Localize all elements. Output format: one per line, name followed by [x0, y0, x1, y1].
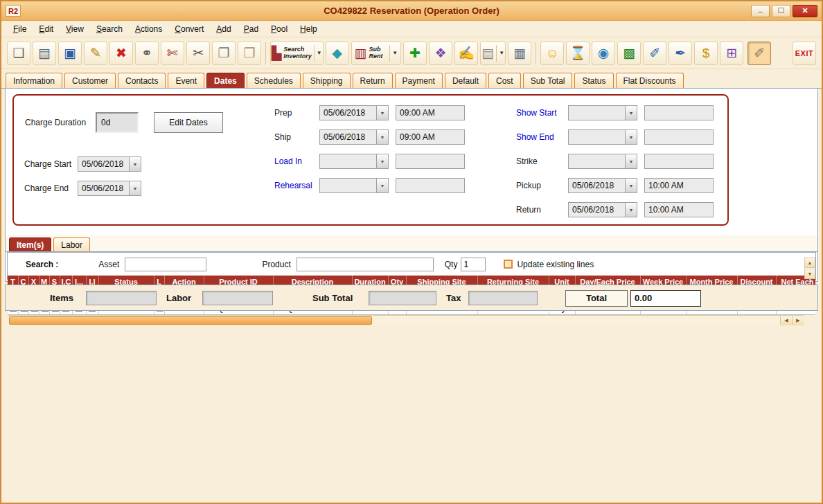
menu-help[interactable]: Help: [294, 22, 324, 36]
tax-field[interactable]: [468, 291, 538, 305]
scroll-down-button[interactable]: ▼: [804, 269, 815, 279]
show-start-date-combo[interactable]: ▼: [568, 105, 637, 120]
asset-search-input[interactable]: [125, 258, 206, 271]
menu-convert[interactable]: Convert: [168, 22, 210, 36]
qty-input[interactable]: [461, 258, 486, 271]
tab-status[interactable]: Status: [574, 73, 613, 88]
menu-edit[interactable]: Edit: [33, 22, 60, 36]
print-button[interactable]: ▤: [33, 42, 56, 65]
ship-date-combo[interactable]: 05/06/2018 ▼: [319, 129, 389, 145]
dropdown-arrow-icon[interactable]: ▼: [389, 45, 398, 62]
prep-date-combo[interactable]: 05/06/2018 ▼: [319, 105, 389, 120]
tab-return[interactable]: Return: [353, 73, 393, 88]
dropdown-arrow-icon[interactable]: ▼: [376, 130, 388, 144]
scrollbar-thumb[interactable]: [9, 316, 372, 325]
close-button[interactable]: ✕: [793, 5, 817, 17]
load-in-time-input[interactable]: [396, 154, 465, 169]
menu-pool[interactable]: Pool: [265, 22, 294, 36]
dropdown-arrow-icon[interactable]: ▼: [376, 154, 388, 168]
show-end-time-input[interactable]: [644, 129, 714, 145]
tab-payment[interactable]: Payment: [395, 73, 443, 88]
scissors-button[interactable]: ✂: [186, 42, 210, 65]
dropdown-arrow-icon[interactable]: ▼: [625, 106, 637, 120]
dropdown-arrow-icon[interactable]: ▼: [376, 106, 388, 120]
smiley-button[interactable]: ☺: [540, 42, 564, 65]
tab-dates[interactable]: Dates: [206, 73, 245, 88]
write-note-button[interactable]: ✍: [454, 42, 478, 65]
prep-time-input[interactable]: 09:00 AM: [396, 105, 465, 120]
paste-button[interactable]: ❒: [238, 42, 261, 65]
horizontal-scrollbar[interactable]: ◀ ▶: [8, 315, 804, 325]
strike-date-combo[interactable]: ▼: [568, 154, 637, 169]
product-search-input[interactable]: [297, 258, 434, 271]
cut-line-button[interactable]: ✄: [161, 42, 184, 65]
tab-sub-total[interactable]: Sub Total: [523, 73, 573, 88]
charge-duration-input[interactable]: 0d: [96, 112, 139, 133]
charge-start-date-combo[interactable]: 05/06/2018 ▼: [78, 156, 141, 172]
tab-default[interactable]: Default: [445, 73, 486, 88]
stack-button[interactable]: ▩: [617, 42, 641, 65]
show-start-time-input[interactable]: [644, 105, 714, 120]
charge-end-date-combo[interactable]: 05/06/2018 ▼: [78, 181, 141, 196]
transfer-button[interactable]: ✒: [669, 42, 692, 65]
load-in-date-combo[interactable]: ▼: [319, 154, 389, 169]
minimize-button[interactable]: –: [751, 5, 770, 17]
scrollbar-track[interactable]: [8, 316, 780, 325]
menu-view[interactable]: View: [60, 22, 90, 36]
exit-button[interactable]: EXIT: [793, 42, 816, 65]
labor-total-field[interactable]: [202, 291, 273, 305]
titlebar[interactable]: R2 CO429822 Reservation (Operation Order…: [1, 1, 822, 21]
tab-customer[interactable]: Customer: [64, 73, 116, 88]
dropdown-arrow-icon[interactable]: ▼: [129, 157, 141, 171]
scroll-up-button[interactable]: ▲: [804, 258, 815, 268]
rehearsal-time-input[interactable]: [396, 178, 465, 193]
edit-pencil-button[interactable]: ✎: [84, 42, 107, 65]
menu-file[interactable]: File: [7, 22, 33, 36]
tab-contacts[interactable]: Contacts: [118, 73, 166, 88]
new-document-button[interactable]: ❏: [7, 42, 30, 65]
update-existing-lines-checkbox[interactable]: [504, 260, 513, 269]
menu-add[interactable]: Add: [210, 22, 237, 36]
tab-event[interactable]: Event: [168, 73, 204, 88]
items-total-field[interactable]: [86, 291, 157, 305]
tab-flat-discounts[interactable]: Flat Discounts: [616, 73, 684, 88]
dropdown-arrow-icon[interactable]: ▼: [376, 179, 388, 192]
sub-total-field[interactable]: [369, 291, 436, 305]
save-button[interactable]: ▣: [58, 42, 82, 65]
add-line-button[interactable]: ✚: [403, 42, 427, 65]
sub-rent-button[interactable]: ▥Sub Rent▼: [351, 42, 401, 65]
show-end-link[interactable]: Show End: [516, 132, 554, 142]
modules-button[interactable]: ⊞: [720, 42, 743, 65]
tab-cost[interactable]: Cost: [488, 73, 521, 88]
menu-pad[interactable]: Pad: [238, 22, 265, 36]
pickup-time-input[interactable]: 10:00 AM: [644, 178, 714, 193]
rehearsal-date-combo[interactable]: ▼: [319, 178, 389, 193]
total-value-field[interactable]: 0.00: [630, 290, 701, 307]
pool-balls-button[interactable]: ❖: [429, 42, 452, 65]
strike-time-input[interactable]: [644, 154, 714, 169]
show-start-link[interactable]: Show Start: [516, 108, 557, 118]
ship-time-input[interactable]: 09:00 AM: [396, 129, 465, 145]
scroll-right-button[interactable]: ▶: [792, 316, 804, 325]
money-button[interactable]: $: [694, 42, 718, 65]
tab-items[interactable]: Item(s): [9, 237, 51, 251]
show-end-date-combo[interactable]: ▼: [568, 129, 637, 145]
edit-doc-button[interactable]: ✐: [643, 42, 666, 65]
tab-shipping[interactable]: Shipping: [303, 73, 351, 88]
return-time-input[interactable]: 10:00 AM: [644, 202, 714, 217]
dropdown-arrow-icon[interactable]: ▼: [625, 154, 637, 168]
load-in-link[interactable]: Load In: [274, 156, 302, 166]
notepad-button[interactable]: ▤▼: [480, 42, 506, 65]
tab-labor[interactable]: Labor: [53, 237, 90, 251]
scroll-left-button[interactable]: ◀: [780, 316, 792, 325]
pickup-date-combo[interactable]: 05/06/2018 ▼: [568, 178, 637, 193]
binoculars-button[interactable]: ⚭: [135, 42, 159, 65]
magic-tool-button[interactable]: ✐: [747, 42, 771, 65]
search-inventory-button[interactable]: ▙Search Inventory▼: [270, 42, 324, 65]
copy-button[interactable]: ❐: [212, 42, 236, 65]
dropdown-arrow-icon[interactable]: ▼: [314, 45, 322, 62]
dropdown-arrow-icon[interactable]: ▼: [625, 130, 637, 144]
menu-actions[interactable]: Actions: [129, 22, 168, 36]
menu-search[interactable]: Search: [90, 22, 129, 36]
dropdown-arrow-icon[interactable]: ▼: [496, 45, 504, 62]
